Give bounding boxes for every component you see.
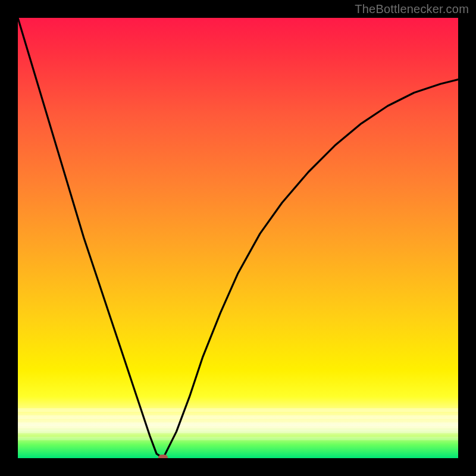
plot-area [18,18,458,458]
chart-frame: TheBottlenecker.com [0,0,476,476]
bottleneck-curve [18,18,458,458]
optimum-marker [158,455,168,458]
watermark-text: TheBottlenecker.com [355,2,469,16]
